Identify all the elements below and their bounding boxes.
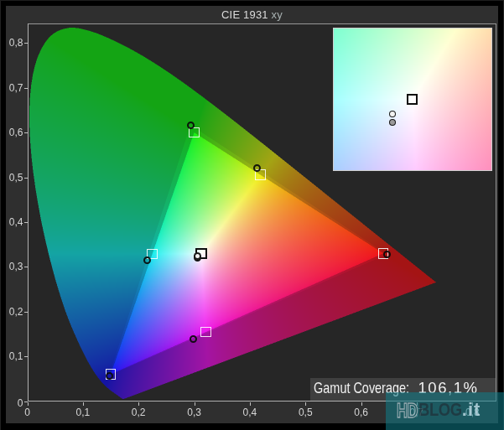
- y-axis-label: 0,1: [9, 350, 23, 362]
- white-measured-1-inset-marker: [389, 111, 396, 117]
- white-point-inset: [333, 28, 492, 171]
- window-edge-left: [0, 0, 1, 430]
- x-axis-label: 0,4: [243, 407, 257, 418]
- y-axis-label: 0: [18, 397, 23, 409]
- y-axis-label: 0,7: [9, 82, 23, 94]
- x-axis-tick: [305, 402, 306, 407]
- cie-chart-window: CIE 1931 xy 00,10,20,30,40,50,60,70,800,…: [0, 0, 504, 430]
- y-axis-label: 0,3: [9, 261, 23, 272]
- chart-title: CIE 1931 xy: [6, 8, 498, 21]
- y-axis-tick: [24, 402, 28, 402]
- x-axis-label: 0: [24, 407, 30, 418]
- x-axis-label: 0,6: [354, 407, 368, 418]
- window-edge-top: [0, 0, 504, 1]
- y-axis-tick: [24, 356, 28, 357]
- x-axis-tick: [28, 402, 29, 407]
- y-axis-tick: [24, 312, 28, 313]
- x-axis-label: 0,2: [132, 407, 146, 418]
- green-measured-marker: [187, 122, 195, 129]
- hdblog-watermark: HDBLOG.it: [386, 392, 504, 430]
- hdblog-logo-it: .it: [462, 401, 481, 419]
- x-axis-tick: [250, 402, 251, 407]
- hdblog-logo-blog: BLOG: [418, 401, 462, 419]
- x-axis-tick: [195, 402, 195, 407]
- white-measured-2-inset-marker: [389, 119, 396, 126]
- blue-measured-marker: [106, 372, 113, 380]
- y-axis-tick: [24, 132, 28, 133]
- x-axis-label: 0,3: [187, 407, 201, 418]
- white-target-inset-marker: [407, 94, 418, 105]
- y-axis-tick: [24, 222, 28, 223]
- magenta-target-marker: [200, 327, 211, 338]
- y-axis-tick: [24, 267, 28, 267]
- y-axis-label: 0,8: [9, 37, 23, 49]
- chart-panel: CIE 1931 xy 00,10,20,30,40,50,60,70,800,…: [6, 6, 498, 423]
- x-axis-tick: [361, 402, 362, 407]
- chart-title-main: CIE 1931: [221, 8, 268, 21]
- x-axis-tick: [138, 402, 139, 407]
- y-axis-tick: [24, 43, 28, 44]
- x-axis-label: 0,1: [76, 407, 91, 418]
- white-measured-1-marker: [194, 252, 201, 260]
- y-axis-tick: [24, 178, 28, 179]
- y-axis-tick: [24, 88, 28, 89]
- x-axis-label: 0,5: [299, 407, 313, 418]
- y-axis-label: 0,4: [9, 216, 23, 228]
- chart-title-suffix: xy: [272, 8, 283, 21]
- y-axis-label: 0,2: [9, 306, 23, 318]
- hdblog-logo: HDBLOG.it: [397, 401, 481, 421]
- y-axis-label: 0,6: [9, 127, 23, 138]
- magenta-measured-marker: [190, 335, 197, 343]
- hdblog-logo-hd: HD: [397, 402, 418, 421]
- x-axis-tick: [83, 402, 84, 407]
- y-axis-label: 0,5: [9, 172, 23, 184]
